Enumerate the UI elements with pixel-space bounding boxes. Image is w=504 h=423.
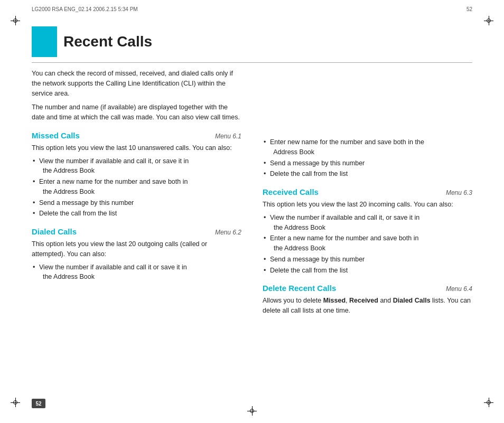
- delete-recent-calls-menu-ref: Menu 6.4: [446, 285, 472, 293]
- list-item: Send a message by this number: [263, 158, 472, 168]
- header-page-num: 52: [466, 6, 472, 12]
- dialed-calls-body: This option lets you view the last 20 ou…: [32, 239, 241, 259]
- reg-mark-tl: [11, 16, 20, 25]
- missed-calls-title: Missed Calls: [32, 131, 80, 140]
- delete-recent-calls-heading-row: Delete Recent Calls Menu 6.4: [263, 284, 472, 293]
- received-calls-body: This option lets you view the last 20 in…: [263, 200, 472, 210]
- intro-para-1: You can check the record of missed, rece…: [32, 69, 241, 98]
- main-content: You can check the record of missed, rece…: [32, 69, 472, 391]
- dialed-calls-continued-bullets: Enter new name for the number and save b…: [263, 137, 472, 179]
- intro-para-2: The number and name (if available) are d…: [32, 102, 241, 123]
- title-rule: [32, 62, 472, 63]
- received-calls-heading-row: Received Calls Menu 6.3: [263, 187, 472, 196]
- page-number-badge: 52: [32, 399, 45, 408]
- list-item: Enter a new name for the number and save…: [263, 233, 472, 253]
- list-item: Delete the call from the list: [263, 266, 472, 276]
- missed-calls-heading-row: Missed Calls Menu 6.1: [32, 131, 241, 140]
- delete-recent-calls-title: Delete Recent Calls: [263, 284, 336, 293]
- reg-mark-bottom: [247, 406, 257, 416]
- list-item: Enter new name for the number and save b…: [263, 137, 472, 157]
- dialed-calls-bullets: View the number if available and call it…: [32, 262, 241, 283]
- dialed-calls-heading-row: Dialed Calls Menu 6.2: [32, 227, 241, 236]
- bold-dialed: Dialed Calls: [393, 297, 431, 304]
- bold-missed: Missed: [323, 297, 346, 304]
- delete-recent-calls-body: Allows you to delete Missed, Received an…: [263, 296, 472, 316]
- reg-mark-tr: [484, 16, 493, 25]
- bold-received: Received: [349, 297, 378, 304]
- list-item: View the number if available and call it…: [32, 156, 241, 176]
- received-calls-bullets: View the number if available and call it…: [263, 213, 472, 276]
- dialed-calls-title: Dialed Calls: [32, 227, 77, 236]
- reg-mark-bl: [11, 398, 20, 407]
- left-column: You can check the record of missed, rece…: [32, 69, 241, 391]
- missed-calls-body: This option lets you view the last 10 un…: [32, 143, 241, 153]
- title-section: Recent Calls: [32, 26, 152, 57]
- list-item: Delete the call from the list: [32, 209, 241, 219]
- missed-calls-bullets: View the number if available and call it…: [32, 156, 241, 219]
- reg-mark-br: [484, 398, 493, 407]
- list-item: Send a message by this number: [32, 198, 241, 208]
- cyan-accent-block: [32, 26, 57, 57]
- list-item: Send a message by this number: [263, 255, 472, 265]
- list-item: View the number if available and call it…: [32, 262, 241, 283]
- missed-calls-menu-ref: Menu 6.1: [215, 133, 241, 140]
- page-header: LG2000 RSA ENG_02.14 2006.2.15 5:34 PM 5…: [32, 6, 472, 12]
- list-item: Enter a new name for the number and save…: [32, 177, 241, 197]
- list-item: View the number if available and call it…: [263, 213, 472, 233]
- received-calls-title: Received Calls: [263, 187, 319, 196]
- page-title: Recent Calls: [57, 26, 152, 57]
- dialed-calls-menu-ref: Menu 6.2: [215, 229, 241, 236]
- list-item: Delete the call from the list: [263, 169, 472, 179]
- header-text: LG2000 RSA ENG_02.14 2006.2.15 5:34 PM: [32, 6, 464, 12]
- received-calls-menu-ref: Menu 6.3: [446, 189, 472, 196]
- right-column: Enter new name for the number and save b…: [263, 69, 472, 391]
